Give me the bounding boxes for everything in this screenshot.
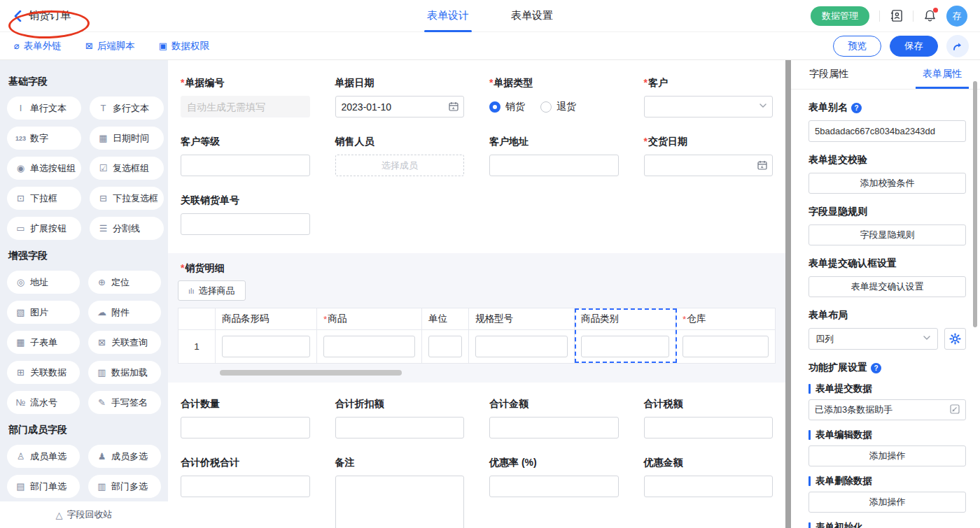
field-chip-signature[interactable]: ✎手写签名 (88, 391, 161, 414)
field-chip-location[interactable]: ⊕定位 (88, 271, 161, 294)
field-chip-image[interactable]: ▧图片 (7, 301, 80, 324)
data-manage-button[interactable]: 数据管理 (811, 6, 869, 26)
field-chip-dept-single[interactable]: ▤部门单选 (7, 475, 80, 498)
data-assistant-field[interactable]: 已添加3条数据助手 (808, 399, 966, 420)
avatar[interactable]: 存 (946, 6, 967, 27)
field-customer[interactable]: *客户 (644, 77, 774, 117)
select-product-button[interactable]: ılı 选择商品 (178, 280, 246, 301)
field-delivery-date[interactable]: *交货日期 (644, 136, 774, 176)
link-form-external[interactable]: ⌀ 表单外链 (14, 40, 62, 52)
delete-data-add-button[interactable]: 添加操作 (808, 492, 966, 513)
field-total-qty[interactable]: 合计数量 (181, 398, 310, 438)
total-with-tax-input[interactable] (181, 476, 310, 497)
field-doc-no[interactable]: *单据编号 (181, 77, 310, 117)
radio-sale-label[interactable]: 销货 (505, 101, 525, 113)
field-related-order-no[interactable]: 关联销货单号 (181, 194, 310, 235)
field-chip-extend-button[interactable]: ▭扩展按钮 (7, 217, 81, 240)
link-data-permission[interactable]: ▣ 数据权限 (159, 40, 209, 52)
field-chip-dept-multi[interactable]: ▥部门多选 (88, 475, 161, 498)
field-chip-datetime[interactable]: ▦日期时间 (90, 127, 164, 150)
discount-amount-input[interactable] (644, 476, 774, 497)
col-spec[interactable]: 规格型号 (469, 308, 575, 329)
product-cell-input[interactable] (323, 336, 415, 357)
help-icon[interactable]: ? (851, 103, 862, 113)
warehouse-cell-input[interactable] (682, 336, 769, 357)
member-picker[interactable]: 选择成员 (335, 155, 465, 176)
customer-level-input[interactable] (181, 155, 310, 176)
save-button[interactable]: 保存 (890, 36, 938, 57)
field-discount-rate[interactable]: 优惠率 (%) (489, 457, 619, 528)
tab-field-properties[interactable]: 字段属性 (802, 60, 855, 89)
field-customer-address[interactable]: 客户地址 (489, 136, 619, 176)
field-chip-address[interactable]: ◎地址 (7, 271, 80, 294)
field-discount-amount[interactable]: 优惠金额 (644, 457, 774, 528)
category-cell-input[interactable] (581, 336, 669, 357)
remark-textarea[interactable] (335, 476, 465, 528)
bell-icon[interactable] (923, 9, 937, 22)
field-total-tax[interactable]: 合计税额 (644, 398, 774, 438)
doc-date-input[interactable] (335, 96, 465, 117)
field-chip-relation-query[interactable]: ⊠关联查询 (88, 331, 161, 354)
field-chip-subform[interactable]: ▦子表单 (7, 331, 80, 354)
col-barcode[interactable]: 商品条形码 (216, 308, 317, 329)
edit-icon[interactable] (950, 404, 960, 416)
barcode-cell-input[interactable] (222, 336, 310, 357)
back-icon[interactable] (14, 10, 22, 22)
field-chip-number[interactable]: 123数字 (7, 127, 81, 150)
layout-select[interactable]: 四列 (808, 328, 938, 350)
col-warehouse[interactable]: *仓库 (676, 308, 775, 329)
field-chip-single-line-text[interactable]: I单行文本 (7, 97, 81, 120)
link-backend-script[interactable]: ⊠ 后端脚本 (85, 40, 135, 52)
customer-address-input[interactable] (489, 155, 619, 176)
col-category-selected[interactable]: 商品类别 (575, 308, 676, 329)
field-total-discount[interactable]: 合计折扣额 (335, 398, 465, 438)
edit-data-add-button[interactable]: 添加操作 (808, 445, 966, 466)
field-doc-date[interactable]: 单据日期 (335, 77, 465, 117)
radio-sale-checked[interactable] (489, 101, 500, 113)
canvas-scrollbar[interactable] (785, 60, 791, 528)
field-sales-person[interactable]: 销售人员 选择成员 (335, 136, 465, 176)
field-chip-multi-dropdown[interactable]: ⊟下拉复选框 (90, 187, 164, 210)
total-amount-input[interactable] (489, 417, 619, 438)
field-chip-serial-number[interactable]: №流水号 (7, 391, 80, 414)
radio-return-label[interactable]: 退货 (556, 101, 576, 113)
field-customer-level[interactable]: 客户等级 (181, 136, 310, 176)
discount-rate-input[interactable] (489, 476, 619, 497)
related-order-no-input[interactable] (181, 213, 310, 235)
unit-cell-input[interactable] (428, 336, 462, 357)
visibility-rule-button[interactable]: 字段显隐规则 (808, 224, 966, 245)
col-unit[interactable]: 单位 (422, 308, 469, 329)
field-chip-divider-line[interactable]: ☰分割线 (90, 217, 164, 240)
field-chip-attachment[interactable]: ☁附件 (88, 301, 161, 324)
field-chip-radio-group[interactable]: ◉单选按钮组 (7, 157, 81, 180)
contact-book-icon[interactable] (890, 9, 903, 22)
subtable-h-scrollbar[interactable] (220, 370, 402, 376)
field-chip-dropdown[interactable]: ⊡下拉框 (7, 187, 81, 210)
field-chip-multi-line-text[interactable]: T多行文本 (90, 97, 164, 120)
help-icon[interactable]: ? (871, 363, 881, 373)
field-recycle-bin[interactable]: △ 字段回收站 (0, 501, 168, 528)
col-product[interactable]: *商品 (317, 308, 422, 329)
tab-form-design[interactable]: 表单设计 (427, 0, 469, 32)
add-check-condition-button[interactable]: 添加校验条件 (808, 173, 966, 194)
submit-confirm-settings-button[interactable]: 表单提交确认设置 (808, 276, 966, 297)
total-discount-input[interactable] (335, 417, 465, 438)
field-remark[interactable]: 备注 (335, 457, 465, 528)
form-alias-input[interactable] (808, 120, 966, 142)
field-total-amount[interactable]: 合计金额 (489, 398, 619, 438)
tab-form-properties[interactable]: 表单属性 (916, 60, 969, 89)
layout-gear-button[interactable] (944, 328, 966, 350)
field-chip-member-single[interactable]: ♙成员单选 (7, 445, 80, 468)
tab-form-settings[interactable]: 表单设置 (511, 0, 553, 32)
customer-select[interactable] (644, 96, 774, 117)
radio-return[interactable] (540, 101, 552, 113)
field-chip-member-multi[interactable]: ♟成员多选 (88, 445, 161, 468)
spec-cell-input[interactable] (475, 336, 568, 357)
delivery-date-input[interactable] (644, 155, 774, 176)
field-chip-checkbox-group[interactable]: ☑复选框组 (90, 157, 164, 180)
field-chip-data-load[interactable]: ▥数据加载 (88, 361, 161, 384)
preview-button[interactable]: 预览 (833, 36, 881, 57)
share-button[interactable] (946, 35, 969, 57)
field-chip-relation-data[interactable]: ⊞关联数据 (7, 361, 80, 384)
panel-scrollbar[interactable] (973, 81, 977, 327)
